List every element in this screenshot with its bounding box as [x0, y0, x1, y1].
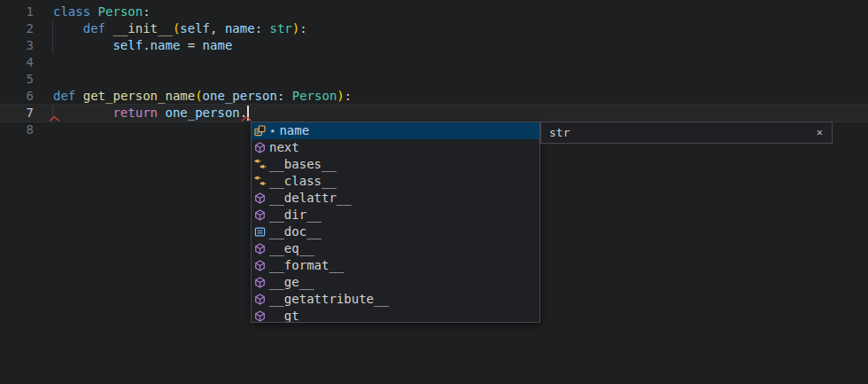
code-area[interactable]: class Person: def __init__(self, name: s… [53, 4, 352, 138]
suggestion-label: __bases__ [269, 156, 337, 173]
close-button[interactable]: ✕ [811, 121, 832, 144]
suggestion-item[interactable]: __dir__ [252, 207, 539, 223]
suggestion-item[interactable]: __delattr__ [252, 190, 539, 207]
code-line: return one_person. [53, 105, 352, 121]
star-icon: ★ [270, 122, 275, 139]
suggestion-item[interactable]: __bases__ [252, 156, 539, 173]
suggestion-label: __ge__ [269, 274, 314, 291]
method-icon [254, 260, 269, 271]
line-number: 2 [0, 20, 34, 37]
code-editor[interactable]: 12345678 class Person: def __init__(self… [0, 0, 868, 384]
class-icon [254, 176, 269, 187]
field-icon [254, 125, 269, 137]
suggestion-label: __delattr__ [269, 190, 352, 207]
suggestion-type-info: str [541, 126, 570, 139]
suggestion-item[interactable]: next [252, 139, 539, 156]
suggest-details-panel: str ✕ [540, 121, 833, 144]
suggestion-label: __format__ [269, 257, 344, 274]
autocomplete-popup: ★namenext__bases____class____delattr____… [251, 121, 540, 323]
class-icon [254, 159, 269, 170]
suggestion-label: __doc__ [269, 223, 322, 240]
suggestion-item[interactable]: __getattribute__ [252, 291, 539, 308]
line-number: 3 [0, 37, 34, 54]
suggestion-item[interactable]: __format__ [252, 257, 539, 274]
suggestion-label: __getattribute__ [269, 291, 389, 308]
method-icon [254, 192, 269, 204]
line-number: 4 [0, 54, 34, 71]
suggestion-label: __gt__ [269, 308, 314, 323]
doc-icon [254, 226, 269, 238]
suggestion-item[interactable]: __class__ [252, 173, 539, 190]
suggestion-label: __dir__ [269, 207, 322, 223]
code-line: def __init__(self, name: str): [53, 20, 352, 37]
method-icon [254, 142, 269, 153]
error-squiggle [49, 116, 60, 121]
line-number: 6 [0, 88, 34, 105]
code-line: class Person: [53, 4, 352, 20]
code-line: def get_person_name(one_person: Person): [53, 88, 352, 105]
suggestion-item[interactable]: ★name [252, 122, 539, 139]
suggestion-item[interactable]: __doc__ [252, 223, 539, 240]
suggestion-label: next [269, 139, 299, 156]
line-number: 7 [0, 105, 34, 121]
code-line [53, 54, 352, 71]
method-icon [254, 243, 269, 255]
suggestion-item[interactable]: __ge__ [252, 274, 539, 291]
code-line [53, 71, 352, 88]
line-number: 1 [0, 4, 34, 20]
method-icon [254, 277, 269, 288]
method-icon [254, 310, 269, 322]
method-icon [254, 294, 269, 305]
code-line: self.name = name [53, 37, 352, 54]
suggestion-item[interactable]: __eq__ [252, 240, 539, 257]
suggestion-label: __eq__ [269, 240, 314, 257]
method-icon [254, 209, 269, 221]
close-icon: ✕ [817, 126, 823, 138]
line-number: 8 [0, 121, 34, 138]
suggestion-item[interactable]: __gt__ [252, 308, 539, 323]
suggestion-label: __class__ [269, 173, 337, 190]
line-number: 5 [0, 71, 34, 88]
suggestion-label: name [279, 122, 309, 139]
line-number-gutter[interactable]: 12345678 [0, 4, 34, 138]
